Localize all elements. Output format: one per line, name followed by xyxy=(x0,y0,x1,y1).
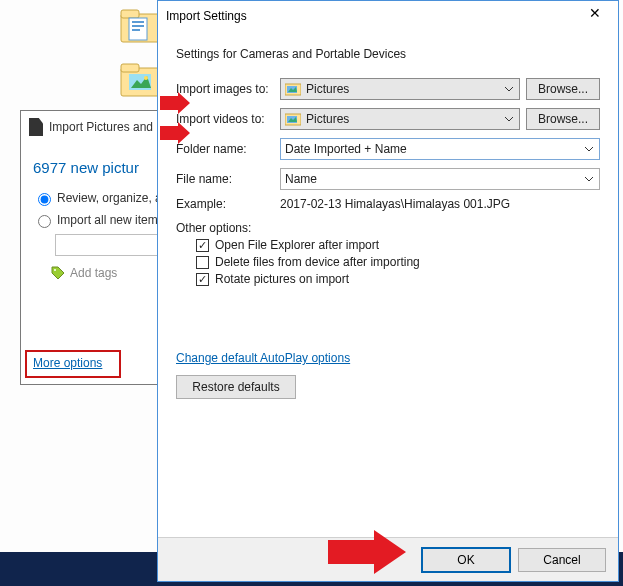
row-import-videos: Import videos to: Pictures Browse... xyxy=(176,107,600,131)
checkbox-delete-files[interactable]: Delete files from device after importing xyxy=(196,255,600,269)
browse-videos-button[interactable]: Browse... xyxy=(526,108,600,130)
checkbox-icon xyxy=(196,256,209,269)
back-dialog-title: Import Pictures and xyxy=(49,120,153,134)
annotation-highlight-box xyxy=(25,350,121,378)
label-import-images: Import images to: xyxy=(176,82,280,96)
dialog-titlebar: Import Settings ✕ xyxy=(158,1,618,31)
close-button[interactable]: ✕ xyxy=(580,5,610,27)
add-tags-label: Add tags xyxy=(70,266,117,280)
radio-label: Import all new items xyxy=(57,213,164,227)
checkbox-open-explorer[interactable]: ✓ Open File Explorer after import xyxy=(196,238,600,252)
label-example: Example: xyxy=(176,197,280,211)
section-heading: Settings for Cameras and Portable Device… xyxy=(176,47,600,61)
example-value: 2017-02-13 Himalayas\Himalayas 001.JPG xyxy=(280,197,600,211)
label-folder-name: Folder name: xyxy=(176,142,280,156)
svg-rect-7 xyxy=(121,64,139,72)
label-file-name: File name: xyxy=(176,172,280,186)
svg-point-12 xyxy=(54,269,56,271)
combo-import-videos[interactable]: Pictures xyxy=(280,108,520,130)
checkbox-icon: ✓ xyxy=(196,239,209,252)
svg-rect-4 xyxy=(132,25,144,27)
checkbox-label: Open File Explorer after import xyxy=(215,238,379,252)
chevron-down-icon xyxy=(583,143,595,155)
chevron-down-icon xyxy=(503,113,515,125)
svg-marker-11 xyxy=(52,267,64,279)
checkbox-icon: ✓ xyxy=(196,273,209,286)
svg-rect-3 xyxy=(132,21,144,23)
radio-input[interactable] xyxy=(38,215,51,228)
svg-point-10 xyxy=(144,76,148,80)
radio-label: Review, organize, an xyxy=(57,191,168,205)
checkbox-label: Rotate pictures on import xyxy=(215,272,349,286)
chevron-down-icon xyxy=(503,83,515,95)
chevron-down-icon xyxy=(583,173,595,185)
combo-value: Pictures xyxy=(306,112,349,126)
pictures-folder-icon xyxy=(285,112,301,126)
pictures-folder-icon xyxy=(285,82,301,96)
label-import-videos: Import videos to: xyxy=(176,112,280,126)
row-import-images: Import images to: Pictures Browse... xyxy=(176,77,600,101)
row-example: Example: 2017-02-13 Himalayas\Himalayas … xyxy=(176,197,600,211)
checkbox-rotate[interactable]: ✓ Rotate pictures on import xyxy=(196,272,600,286)
browse-images-button[interactable]: Browse... xyxy=(526,78,600,100)
combo-value: Name xyxy=(285,172,317,186)
import-settings-dialog: Import Settings ✕ Settings for Cameras a… xyxy=(157,0,619,582)
combo-import-images[interactable]: Pictures xyxy=(280,78,520,100)
other-options-section: Other options: ✓ Open File Explorer afte… xyxy=(176,221,600,286)
autoplay-options-link[interactable]: Change default AutoPlay options xyxy=(176,351,350,365)
dialog-title: Import Settings xyxy=(166,9,580,23)
cancel-button[interactable]: Cancel xyxy=(518,548,606,572)
combo-file-name[interactable]: Name xyxy=(280,168,600,190)
radio-input[interactable] xyxy=(38,193,51,206)
combo-value: Date Imported + Name xyxy=(285,142,407,156)
row-folder-name: Folder name: Date Imported + Name xyxy=(176,137,600,161)
ok-button[interactable]: OK xyxy=(422,548,510,572)
tag-icon xyxy=(51,266,65,280)
svg-rect-1 xyxy=(121,10,139,18)
svg-rect-5 xyxy=(132,29,140,31)
combo-folder-name[interactable]: Date Imported + Name xyxy=(280,138,600,160)
dialog-footer: OK Cancel xyxy=(158,537,618,581)
combo-value: Pictures xyxy=(306,82,349,96)
restore-defaults-button[interactable]: Restore defaults xyxy=(176,375,296,399)
device-icon xyxy=(29,118,43,136)
other-options-label: Other options: xyxy=(176,221,600,235)
checkbox-label: Delete files from device after importing xyxy=(215,255,420,269)
row-file-name: File name: Name xyxy=(176,167,600,191)
